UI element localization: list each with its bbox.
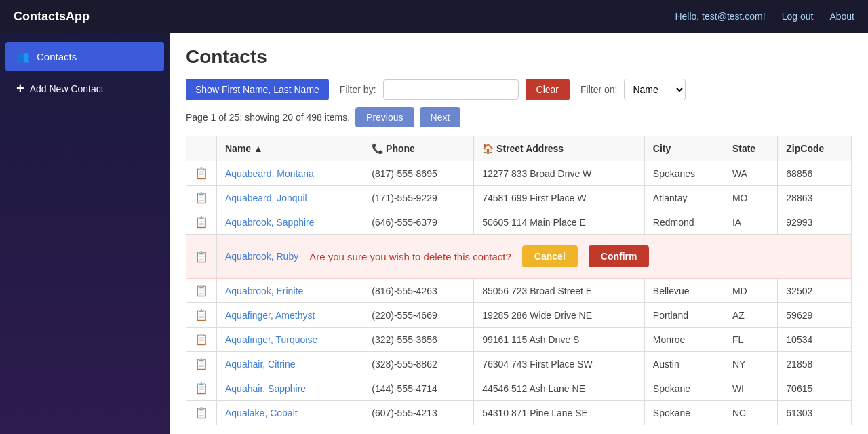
contact-name-link[interactable]: Aquahair, Sapphire [225, 383, 306, 394]
about-link[interactable]: About [829, 11, 854, 22]
sidebar-contacts-label: Contacts [37, 51, 77, 62]
contact-name-link[interactable]: Aquabeard, Montana [225, 168, 314, 179]
table-row: 📋 Aquabrook, Erinite (816)-555-4263 8505… [186, 279, 852, 303]
top-nav: ContactsApp Hello, test@test.com! Log ou… [0, 0, 868, 33]
city-cell: Monroe [644, 328, 724, 352]
sidebar-item-contacts[interactable]: 👥 Contacts [5, 42, 164, 71]
edit-icon[interactable]: 📋 [195, 251, 208, 262]
page-title: Contacts [186, 46, 852, 68]
address-cell: 12277 833 Broad Drive W [474, 161, 645, 186]
edit-icon[interactable]: 📋 [195, 216, 208, 228]
contact-name-link[interactable]: Aquabrook, Ruby [225, 251, 298, 262]
edit-cell: 📋 [186, 279, 217, 303]
edit-cell: 📋 [186, 376, 217, 401]
contact-name-link[interactable]: Aquafinger, Amethyst [225, 310, 315, 321]
delete-confirm-content: Aquabrook, Ruby Are you sure you wish to… [225, 245, 843, 267]
table-row: 📋 Aquabrook, Ruby Are you sure you wish … [186, 235, 852, 279]
name-cell: Aquabrook, Erinite [217, 279, 363, 303]
edit-cell: 📋 [186, 328, 217, 352]
phone-cell: (328)-555-8862 [363, 352, 474, 376]
phone-cell: (322)-555-3656 [363, 328, 474, 352]
edit-icon[interactable]: 📋 [195, 358, 208, 370]
city-cell: Redmond [644, 210, 724, 235]
pagination-info: Page 1 of 25: showing 20 of 498 items. P… [186, 107, 852, 127]
filter-on-label: Filter on: [580, 84, 617, 95]
th-address: 🏠 Street Address [474, 136, 645, 161]
zip-cell: 21858 [778, 352, 852, 376]
edit-icon[interactable]: 📋 [195, 407, 208, 418]
pagination-text: Page 1 of 25: showing 20 of 498 items. [186, 112, 350, 123]
cancel-button[interactable]: Cancel [522, 245, 578, 267]
edit-icon[interactable]: 📋 [195, 285, 208, 296]
edit-icon[interactable]: 📋 [195, 192, 208, 203]
edit-cell: 📋 [186, 235, 217, 279]
name-cell: Aquabeard, Jonquil [217, 186, 363, 210]
next-button[interactable]: Next [420, 107, 461, 127]
plus-icon: + [16, 81, 24, 96]
phone-cell: (646)-555-6379 [363, 210, 474, 235]
contact-name-link[interactable]: Aquahair, Citrine [225, 359, 296, 370]
edit-icon[interactable]: 📋 [195, 167, 208, 179]
toolbar: Show First Name, Last Name Filter by: Cl… [186, 79, 852, 100]
clear-button[interactable]: Clear [526, 79, 570, 100]
edit-icon[interactable]: 📋 [195, 382, 208, 394]
zip-cell: 61303 [778, 401, 852, 425]
contact-name-link[interactable]: Aquafinger, Turquoise [225, 334, 317, 345]
state-cell: WI [724, 376, 777, 401]
th-zipcode: ZipCode [778, 136, 852, 161]
state-cell: IA [724, 210, 777, 235]
state-cell: MD [724, 279, 777, 303]
contacts-icon: 👥 [16, 50, 30, 63]
edit-cell: 📋 [186, 210, 217, 235]
city-cell: Atlantay [644, 186, 724, 210]
city-cell: Spokane [644, 376, 724, 401]
state-cell: NY [724, 352, 777, 376]
table-row: 📋 Aquabeard, Montana (817)-555-8695 1227… [186, 161, 852, 186]
th-name[interactable]: Name ▲ [217, 136, 363, 161]
hello-text: Hello, test@test.com! [675, 11, 765, 22]
zip-cell: 59629 [778, 303, 852, 328]
table-row: 📋 Aquafinger, Amethyst (220)-555-4669 19… [186, 303, 852, 328]
phone-cell: (817)-555-8695 [363, 161, 474, 186]
contact-name-link[interactable]: Aquabrook, Erinite [225, 285, 303, 296]
logout-link[interactable]: Log out [782, 11, 814, 22]
state-cell: NC [724, 401, 777, 425]
address-cell: 99161 115 Ash Drive S [474, 328, 645, 352]
contact-name-link[interactable]: Aquabeard, Jonquil [225, 193, 307, 203]
name-cell: Aquafinger, Amethyst [217, 303, 363, 328]
address-cell: 76304 743 First Place SW [474, 352, 645, 376]
show-name-button[interactable]: Show First Name, Last Name [186, 79, 329, 100]
filter-on-select[interactable]: Name Phone City State ZipCode [624, 79, 686, 100]
edit-cell: 📋 [186, 352, 217, 376]
address-cell: 74581 699 First Place W [474, 186, 645, 210]
city-cell: Bellevue [644, 279, 724, 303]
add-contact-label: Add New Contact [30, 83, 104, 94]
contact-name-link[interactable]: Aquabrook, Sapphire [225, 217, 315, 228]
phone-cell: (144)-555-4714 [363, 376, 474, 401]
name-cell: Aquabeard, Montana [217, 161, 363, 186]
nav-right: Hello, test@test.com! Log out About [675, 11, 854, 22]
previous-button[interactable]: Previous [355, 107, 414, 127]
name-cell: Aquafinger, Turquoise [217, 328, 363, 352]
name-cell: Aquabrook, Sapphire [217, 210, 363, 235]
th-phone: 📞 Phone [363, 136, 474, 161]
edit-icon[interactable]: 📋 [195, 309, 208, 321]
zip-cell: 10534 [778, 328, 852, 352]
state-cell: AZ [724, 303, 777, 328]
edit-icon[interactable]: 📋 [195, 334, 208, 345]
table-row: 📋 Aquahair, Citrine (328)-555-8862 76304… [186, 352, 852, 376]
address-cell: 44546 512 Ash Lane NE [474, 376, 645, 401]
address-cell: 54310 871 Pine Lane SE [474, 401, 645, 425]
filter-input[interactable] [383, 79, 519, 100]
contact-name-link[interactable]: Aqualake, Cobalt [225, 408, 298, 418]
city-cell: Portland [644, 303, 724, 328]
table-row: 📋 Aquahair, Sapphire (144)-555-4714 4454… [186, 376, 852, 401]
edit-cell: 📋 [186, 186, 217, 210]
add-contact-item[interactable]: + Add New Contact [5, 74, 164, 103]
state-cell: MO [724, 186, 777, 210]
contacts-table: Name ▲ 📞 Phone 🏠 Street Address City Sta… [186, 136, 852, 425]
zip-cell: 92993 [778, 210, 852, 235]
confirm-button[interactable]: Confirm [589, 245, 650, 267]
th-state: State [724, 136, 777, 161]
main-content: Contacts Show First Name, Last Name Filt… [170, 33, 868, 434]
